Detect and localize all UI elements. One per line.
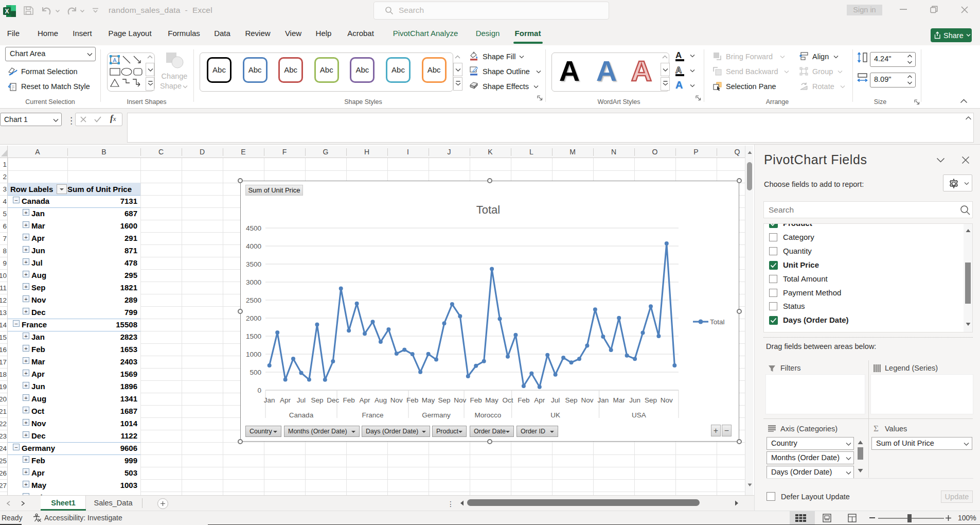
svg-text:4500: 4500 [246,224,261,232]
svg-text:Jul: Jul [297,396,306,404]
svg-text:Feb: Feb [343,396,354,404]
svg-text:Jun: Jun [629,396,640,404]
svg-text:Nov: Nov [454,396,466,404]
svg-text:3500: 3500 [246,260,261,268]
svg-text:Apr: Apr [359,396,370,404]
svg-text:Jul: Jul [551,396,560,404]
svg-text:France: France [362,411,383,419]
svg-text:3000: 3000 [246,278,261,286]
svg-text:UK: UK [550,411,560,419]
svg-text:USA: USA [632,411,646,419]
svg-text:A: A [113,57,117,63]
svg-text:Mar: Mar [613,396,626,404]
svg-text:Nov: Nov [661,396,673,404]
svg-text:Feb: Feb [518,396,529,404]
svg-text:X: X [5,8,9,15]
svg-text:May: May [485,396,498,404]
svg-text:Feb: Feb [406,396,418,404]
svg-text:Sep: Sep [438,396,450,404]
svg-text:Oct: Oct [502,396,513,404]
svg-text:Dec: Dec [327,396,339,404]
svg-text:Germany: Germany [422,411,451,419]
svg-text:Jan: Jan [597,396,609,404]
svg-text:Jan: Jan [264,396,275,404]
svg-text:Sep: Sep [645,396,657,404]
svg-text:May: May [422,396,435,404]
svg-text:Apr: Apr [534,396,545,404]
svg-text:Sep: Sep [565,396,577,404]
svg-text:1000: 1000 [246,351,261,358]
svg-text:Sep: Sep [311,396,323,404]
svg-text:Nov: Nov [581,396,593,404]
svg-text:Canada: Canada [289,411,314,419]
svg-text:1500: 1500 [246,332,261,340]
svg-text:4000: 4000 [246,242,261,250]
svg-text:2500: 2500 [246,296,261,304]
svg-text:Total: Total [476,203,500,216]
svg-text:Aug: Aug [375,396,387,404]
svg-text:500: 500 [250,369,261,376]
svg-text:2000: 2000 [246,314,261,322]
svg-text:Apr: Apr [280,396,291,404]
svg-text:0: 0 [257,387,261,394]
svg-text:Total: Total [710,318,725,326]
svg-text:Morocco: Morocco [475,411,502,419]
svg-text:Feb: Feb [470,396,482,404]
svg-text:Nov: Nov [390,396,403,404]
